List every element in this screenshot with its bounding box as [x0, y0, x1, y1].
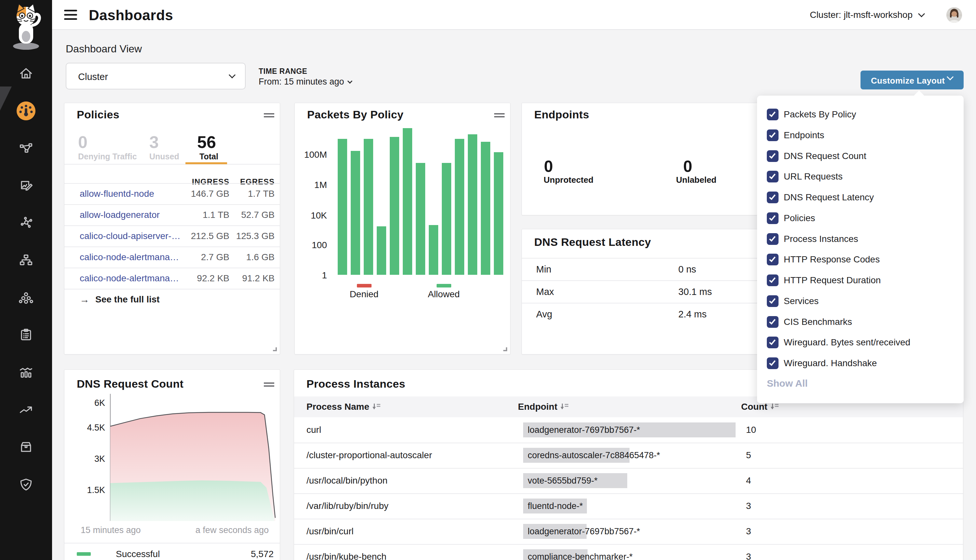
bar-chart — [295, 103, 511, 355]
menu-item[interactable]: Wireguard. Bytes sent/received — [767, 336, 910, 349]
sort-icon — [372, 403, 380, 411]
endpoint-chip: coredns-autoscaler-7c88465478-* — [523, 448, 629, 463]
allowed-bar — [338, 139, 347, 275]
policy-row: allow-loadgenerator 1.1 TB 52.7 GB — [64, 204, 280, 225]
checkbox-checked-icon[interactable] — [767, 295, 779, 307]
menu-item[interactable]: HTTP Request Duration — [767, 274, 881, 287]
checkbox-checked-icon[interactable] — [767, 130, 779, 141]
table-row: /usr/bin/kube-bench compliance-benchmark… — [294, 544, 963, 560]
policy-link[interactable]: calico-node-alertmana… — [80, 273, 179, 283]
card-title: Policies — [77, 108, 119, 121]
customize-layout-menu: Packets By Policy Endpoints DNS Request … — [757, 96, 964, 403]
card-title: Process Instances — [307, 378, 405, 390]
see-full-list-link[interactable]: → See the full list — [80, 289, 160, 310]
menu-hamburger-icon[interactable] — [64, 10, 77, 20]
endpoint-chip: fluentd-node-* — [523, 498, 587, 513]
endpoints-icon[interactable] — [18, 290, 33, 305]
dashboard-page: Dashboards Cluster: jlt-msft-workshop Da… — [0, 0, 976, 560]
y-tick: 1.5K — [64, 485, 105, 495]
shield-icon[interactable] — [18, 477, 33, 492]
checkbox-checked-icon[interactable] — [767, 150, 779, 162]
allowed-bar — [351, 151, 360, 275]
unlabeled-count: 0 — [683, 157, 692, 176]
allowed-bar — [481, 142, 490, 275]
policy-row: calico-node-alertmana… 2.7 GB 1.6 GB — [64, 247, 280, 268]
resize-handle-icon[interactable] — [273, 347, 277, 351]
sidebar — [0, 0, 52, 560]
drag-handle-icon[interactable] — [264, 113, 274, 117]
menu-item[interactable]: Policies — [767, 212, 815, 225]
show-all-link[interactable]: Show All — [767, 378, 808, 389]
menu-item[interactable]: DNS Request Count — [767, 150, 866, 163]
x-label-right: a few seconds ago — [64, 525, 269, 535]
menu-item[interactable]: Services — [767, 295, 819, 308]
checkbox-checked-icon[interactable] — [767, 357, 779, 369]
checkbox-checked-icon[interactable] — [767, 171, 779, 182]
checkbox-checked-icon[interactable] — [767, 233, 779, 245]
policy-link[interactable]: allow-loadgenerator — [80, 210, 160, 220]
table-row: /var/lib/ruby/bin/ruby fluentd-node-* 3 — [294, 493, 963, 519]
resize-handle-icon[interactable] — [503, 347, 507, 351]
top-header: Dashboards Cluster: jlt-msft-workshop — [52, 0, 976, 30]
view-select[interactable]: Cluster — [66, 63, 245, 90]
policy-link[interactable]: calico-cloud-apiserver-… — [80, 231, 180, 241]
y-tick: 6K — [64, 398, 105, 408]
process-name-column-header[interactable]: Process Name — [307, 402, 380, 412]
menu-item[interactable]: CIS Benchmarks — [767, 315, 852, 328]
checkbox-checked-icon[interactable] — [767, 254, 779, 265]
endpoint-column-header[interactable]: Endpoint — [518, 402, 568, 412]
menu-item[interactable]: Endpoints — [767, 129, 824, 142]
allowed-bar — [429, 225, 438, 275]
policy-row: allow-fluentd-node 146.7 GB 1.7 TB — [64, 183, 280, 204]
policy-link[interactable]: calico-node-alertmana… — [80, 252, 179, 262]
menu-item[interactable]: URL Requests — [767, 170, 843, 183]
allowed-bar — [377, 226, 386, 275]
successful-legend-value: 5,572 — [64, 549, 274, 559]
trend-icon[interactable] — [18, 402, 33, 417]
allowed-bar — [468, 134, 477, 275]
package-icon[interactable] — [18, 440, 33, 455]
checkbox-checked-icon[interactable] — [767, 212, 779, 224]
table-row: /usr/local/bin/python vote-5655bd759-* 4 — [294, 468, 963, 493]
unprotected-label: Unprotected — [544, 175, 593, 185]
compliance-report-icon[interactable] — [18, 178, 33, 193]
flow-visualization-icon[interactable] — [18, 253, 33, 268]
activity-chart-icon[interactable] — [18, 365, 33, 380]
allowed-legend-label: Allowed — [428, 289, 460, 300]
menu-item[interactable]: Wireguard. Handshake — [767, 357, 877, 370]
allowed-bar — [455, 139, 464, 275]
checkbox-checked-icon[interactable] — [767, 337, 779, 348]
menu-item[interactable]: DNS Request Latency — [767, 191, 874, 204]
dashboards-icon[interactable] — [17, 102, 35, 120]
unlabeled-label: Unlabeled — [676, 175, 716, 185]
policy-link[interactable]: allow-fluentd-node — [80, 188, 154, 199]
checkbox-checked-icon[interactable] — [767, 275, 779, 286]
y-tick: 3K — [64, 454, 105, 464]
drag-handle-icon[interactable] — [264, 382, 274, 387]
service-graph-icon[interactable] — [18, 215, 33, 230]
dns-request-count-card: DNS Request Count 6K 4.5K 3K 1.5K 15 min… — [64, 370, 280, 560]
endpoint-chip: compliance-benchmarker-* — [523, 549, 587, 560]
policy-row: calico-cloud-apiserver-… 212.5 GB 125.3 … — [64, 225, 280, 247]
user-avatar[interactable] — [946, 7, 962, 23]
menu-item[interactable]: Packets By Policy — [767, 108, 856, 121]
checkbox-checked-icon[interactable] — [767, 316, 779, 328]
checkbox-checked-icon[interactable] — [767, 192, 779, 203]
allowed-bar — [494, 152, 503, 275]
allowed-bar — [416, 163, 425, 275]
calico-cat-logo — [7, 3, 45, 51]
network-sets-icon[interactable] — [18, 140, 33, 155]
menu-item[interactable]: Process Instances — [767, 233, 858, 245]
policies-card: Policies 0 Denying Traffic 3 Unused 56 T… — [64, 103, 280, 355]
home-icon[interactable] — [18, 66, 33, 81]
cluster-selector[interactable]: Cluster: jlt-msft-workshop — [810, 0, 924, 30]
clipboard-icon[interactable] — [18, 327, 33, 342]
checkbox-checked-icon[interactable] — [767, 108, 779, 120]
time-range-label: TIME RANGE — [259, 67, 307, 76]
customize-layout-button[interactable]: Customize Layout — [861, 70, 964, 90]
menu-item[interactable]: HTTP Response Codes — [767, 253, 880, 266]
sort-icon — [561, 403, 568, 411]
time-range-value[interactable]: From: 15 minutes ago — [259, 77, 352, 87]
table-row: /usr/bin/curl loadgenerator-7697bb7567-*… — [294, 519, 963, 544]
view-select-value: Cluster — [78, 72, 108, 82]
